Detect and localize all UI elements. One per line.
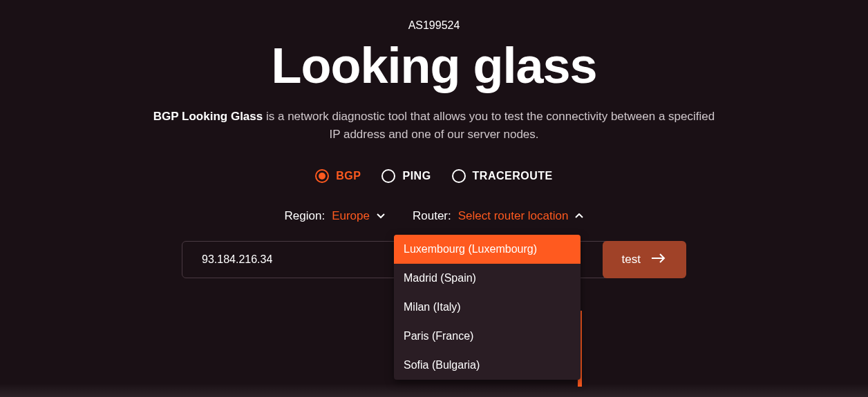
page-title: Looking glass (271, 37, 596, 94)
radio-traceroute[interactable]: TRACEROUTE (452, 169, 553, 183)
region-value: Europe (332, 209, 370, 223)
chevron-up-icon (575, 212, 583, 220)
router-value: Select router location (458, 209, 569, 223)
router-label: Router: (413, 209, 451, 223)
selector-row: Region: Europe Router: Select router loc… (285, 209, 584, 223)
mode-radio-group: BGP PING TRACEROUTE (315, 169, 552, 183)
dropdown-item[interactable]: Luxembourg (Luxembourg) (394, 235, 581, 264)
description-text: is a network diagnostic tool that allows… (263, 110, 715, 141)
dropdown-item[interactable]: Milan (Italy) (394, 293, 581, 322)
description-bold: BGP Looking Glass (153, 110, 263, 123)
as-number: AS199524 (408, 19, 460, 32)
run-test-button[interactable]: test (603, 241, 686, 278)
region-label: Region: (285, 209, 326, 223)
radio-icon (381, 169, 395, 183)
radio-bgp-label: BGP (336, 170, 361, 182)
radio-ping-label: PING (402, 170, 431, 182)
run-button-label: test (622, 253, 641, 267)
bottom-gradient (0, 383, 868, 397)
radio-ping[interactable]: PING (381, 169, 431, 183)
dropdown-item[interactable]: Madrid (Spain) (394, 264, 581, 293)
chevron-down-icon (377, 212, 385, 220)
dropdown-item[interactable]: Paris (France) (394, 322, 581, 351)
radio-icon (452, 169, 466, 183)
region-selector[interactable]: Region: Europe (285, 209, 385, 223)
arrow-right-icon (650, 253, 667, 267)
description: BGP Looking Glass is a network diagnosti… (151, 108, 717, 143)
router-dropdown: Luxembourg (Luxembourg) Madrid (Spain) M… (394, 235, 581, 380)
radio-traceroute-label: TRACEROUTE (473, 170, 553, 182)
radio-icon (315, 169, 329, 183)
dropdown-item[interactable]: Sofia (Bulgaria) (394, 351, 581, 380)
router-selector[interactable]: Router: Select router location (413, 209, 583, 223)
radio-bgp[interactable]: BGP (315, 169, 361, 183)
